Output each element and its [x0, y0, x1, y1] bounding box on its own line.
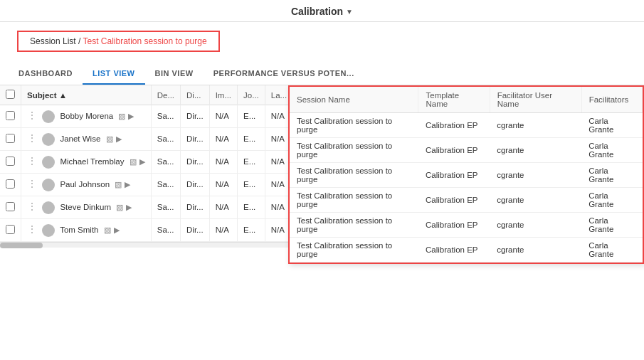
popup-session-name: Test Calibration session to purge	[290, 138, 418, 163]
profile-icon[interactable]: ▧	[115, 180, 122, 189]
popup-facilitators: Carla Grante	[581, 113, 642, 138]
row-checkbox-cell	[0, 173, 21, 196]
row-checkbox-cell	[0, 218, 21, 241]
popup-facilitators: Carla Grante	[581, 213, 642, 238]
popup-col-template: Template Name	[418, 87, 490, 113]
profile-icon[interactable]: ▧	[116, 203, 123, 212]
row-checkbox[interactable]	[6, 179, 15, 189]
comment-icon[interactable]: ▶	[126, 203, 132, 212]
comment-icon[interactable]: ▶	[114, 226, 120, 235]
subject-name: Michael Tremblay	[60, 157, 124, 166]
avatar	[42, 179, 55, 191]
row-de: Sa...	[151, 196, 180, 218]
header: Calibration ▼	[0, 0, 644, 22]
row-di: Dir...	[181, 150, 210, 173]
tab-list-view[interactable]: LIST VIEW	[83, 63, 145, 85]
col-jo[interactable]: Jo...	[238, 85, 265, 105]
row-checkbox[interactable]	[6, 111, 15, 120]
col-check	[0, 85, 21, 105]
row-checkbox-cell	[0, 150, 21, 173]
popup-template-name: Calibration EP	[418, 188, 490, 213]
subject-name: Janet Wise	[60, 134, 100, 143]
tab-dashboard[interactable]: DASHBOARD	[9, 63, 83, 85]
popup-row: Test Calibration session to purge Calibr…	[290, 113, 643, 138]
breadcrumb-prefix: Session List /	[30, 36, 83, 46]
popup-facilitators: Carla Grante	[581, 238, 642, 263]
popup-template-name: Calibration EP	[418, 163, 490, 188]
breadcrumb: Session List / Test Calibration session …	[17, 31, 220, 52]
select-all-checkbox[interactable]	[6, 90, 15, 99]
comment-icon[interactable]: ▶	[139, 157, 145, 166]
row-di: Dir...	[181, 173, 210, 196]
row-subject: ⋮ Bobby Morena ▧ ▶	[21, 105, 152, 128]
row-im: N/A	[209, 173, 237, 196]
row-more-icon[interactable]: ⋮	[27, 223, 37, 235]
popup-header-row: Session Name Template Name Facilitator U…	[290, 87, 643, 113]
popup-row: Test Calibration session to purge Calibr…	[290, 188, 643, 213]
sort-icon: ▲	[59, 91, 67, 100]
row-de: Sa...	[151, 218, 180, 241]
popup-row: Test Calibration session to purge Calibr…	[290, 213, 643, 238]
row-more-icon[interactable]: ⋮	[27, 110, 37, 121]
row-de: Sa...	[151, 150, 180, 173]
tab-bin-view[interactable]: BIN VIEW	[145, 63, 204, 85]
comment-icon[interactable]: ▶	[128, 112, 134, 121]
popup-row: Test Calibration session to purge Calibr…	[290, 138, 643, 163]
row-de: Sa...	[151, 173, 180, 196]
popup-template-name: Calibration EP	[418, 213, 490, 238]
popup-facilitators: Carla Grante	[581, 163, 642, 188]
row-im: N/A	[209, 196, 237, 218]
row-subject: ⋮ Janet Wise ▧ ▶	[21, 127, 152, 150]
row-subject: ⋮ Michael Tremblay ▧ ▶	[21, 150, 152, 173]
row-checkbox[interactable]	[6, 202, 15, 211]
popup-template-name: Calibration EP	[418, 238, 490, 263]
breadcrumb-link[interactable]: Test Calibration session to purge	[83, 36, 206, 46]
row-jo: E...	[238, 150, 265, 173]
header-title-bar: Calibration ▼	[291, 6, 353, 21]
scrollbar-thumb[interactable]	[0, 243, 43, 248]
row-im: N/A	[209, 218, 237, 241]
main-content: Subject ▲ De... Di... Im... Jo... La... …	[0, 85, 644, 360]
popup-facilitator-user: cgrante	[490, 163, 581, 188]
row-more-icon[interactable]: ⋮	[27, 201, 37, 212]
profile-icon[interactable]: ▧	[106, 134, 113, 144]
popup-row: Test Calibration session to purge Calibr…	[290, 238, 643, 263]
row-more-icon[interactable]: ⋮	[27, 155, 37, 166]
row-jo: E...	[238, 196, 265, 218]
subject-name: Tom Smith	[60, 226, 98, 234]
row-checkbox[interactable]	[6, 134, 15, 143]
row-di: Dir...	[181, 218, 210, 241]
col-de[interactable]: De...	[151, 85, 180, 105]
popup-session-name: Test Calibration session to purge	[290, 213, 418, 238]
avatar	[42, 224, 55, 237]
row-checkbox[interactable]	[6, 225, 15, 234]
col-subject[interactable]: Subject ▲	[21, 85, 152, 105]
popup-facilitator-user: cgrante	[490, 188, 581, 213]
action-icons: ▧ ▶	[104, 226, 120, 235]
profile-icon[interactable]: ▧	[130, 157, 137, 166]
subject-name: Bobby Morena	[60, 112, 113, 120]
profile-icon[interactable]: ▧	[104, 226, 111, 235]
row-more-icon[interactable]: ⋮	[27, 132, 37, 144]
row-de: Sa...	[151, 127, 180, 150]
popup-template-name: Calibration EP	[418, 113, 490, 138]
avatar	[42, 156, 55, 169]
tab-perf-vs-pot[interactable]: PERFORMANCE VERSUS POTEN...	[204, 63, 364, 85]
row-checkbox-cell	[0, 105, 21, 128]
row-checkbox[interactable]	[6, 157, 15, 166]
col-di[interactable]: Di...	[181, 85, 210, 105]
profile-icon[interactable]: ▧	[118, 112, 125, 121]
row-im: N/A	[209, 127, 237, 150]
action-icons: ▧ ▶	[116, 203, 132, 212]
row-subject: ⋮ Tom Smith ▧ ▶	[21, 218, 152, 241]
row-more-icon[interactable]: ⋮	[27, 178, 37, 189]
col-im[interactable]: Im...	[209, 85, 237, 105]
title-dropdown-arrow[interactable]: ▼	[346, 8, 353, 16]
popup-table: Session Name Template Name Facilitator U…	[290, 87, 643, 263]
row-jo: E...	[238, 218, 265, 241]
popup-session-name: Test Calibration session to purge	[290, 163, 418, 188]
row-di: Dir...	[181, 127, 210, 150]
comment-icon[interactable]: ▶	[116, 134, 122, 144]
comment-icon[interactable]: ▶	[125, 180, 130, 189]
popup-facilitator-user: cgrante	[490, 213, 581, 238]
